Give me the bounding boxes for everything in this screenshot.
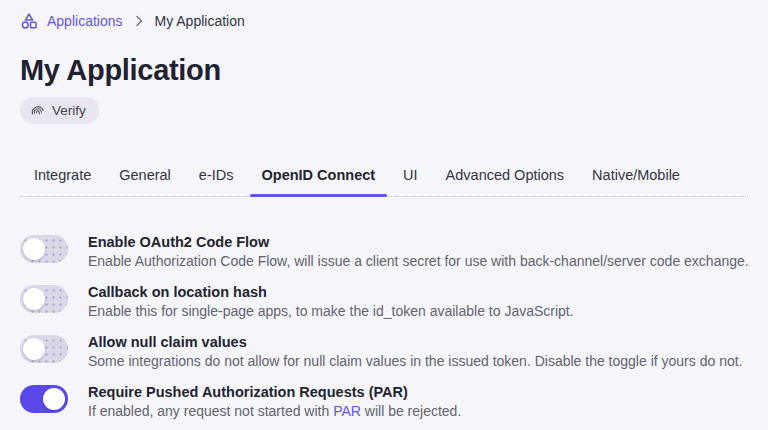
tab-integrate[interactable]: Integrate	[20, 167, 105, 196]
tab-advanced-options[interactable]: Advanced Options	[432, 167, 579, 196]
openid-connect-settings: Enable OAuth2 Code Flow Enable Authoriza…	[20, 233, 748, 421]
breadcrumb: Applications My Application	[20, 12, 748, 30]
tab-general[interactable]: General	[105, 167, 185, 196]
callback-location-hash-toggle[interactable]	[20, 285, 68, 313]
setting-title: Callback on location hash	[88, 283, 574, 302]
setting-text: Enable OAuth2 Code Flow Enable Authoriza…	[88, 233, 749, 271]
setting-row-callback-location-hash: Callback on location hash Enable this fo…	[20, 283, 748, 321]
page-title: My Application	[20, 54, 748, 87]
description-suffix: will be rejected.	[361, 403, 461, 419]
tab-ui[interactable]: UI	[389, 167, 432, 196]
require-par-toggle[interactable]	[20, 385, 68, 413]
setting-description: If enabled, any request not started with…	[88, 402, 461, 421]
tab-native-mobile[interactable]: Native/Mobile	[578, 167, 694, 196]
setting-text: Require Pushed Authorization Requests (P…	[88, 383, 461, 421]
setting-text: Callback on location hash Enable this fo…	[88, 283, 574, 321]
setting-title: Allow null claim values	[88, 333, 742, 352]
description-prefix: If enabled, any request not started with	[88, 403, 333, 419]
setting-description: Enable this for single-page apps, to mak…	[88, 302, 574, 321]
tab-bar: Integrate General e-IDs OpenID Connect U…	[20, 167, 748, 197]
setting-title: Enable OAuth2 Code Flow	[88, 233, 749, 252]
toggle-knob	[23, 238, 45, 260]
par-link[interactable]: PAR	[333, 403, 361, 419]
oauth2-code-flow-toggle[interactable]	[20, 235, 68, 263]
toggle-knob	[23, 338, 45, 360]
chevron-right-icon	[132, 14, 146, 28]
setting-description: Enable Authorization Code Flow, will iss…	[88, 252, 749, 271]
breadcrumb-current: My Application	[155, 13, 245, 29]
setting-text: Allow null claim values Some integration…	[88, 333, 742, 371]
null-claim-values-toggle[interactable]	[20, 335, 68, 363]
tab-e-ids[interactable]: e-IDs	[185, 167, 248, 196]
tab-openid-connect[interactable]: OpenID Connect	[248, 167, 390, 196]
setting-row-null-claim-values: Allow null claim values Some integration…	[20, 333, 748, 371]
verify-button-label: Verify	[52, 103, 86, 118]
toggle-knob	[23, 288, 45, 310]
setting-title: Require Pushed Authorization Requests (P…	[88, 383, 461, 402]
verify-button[interactable]: Verify	[20, 97, 99, 124]
setting-row-oauth2-code-flow: Enable OAuth2 Code Flow Enable Authoriza…	[20, 233, 748, 271]
shapes-icon	[20, 12, 38, 30]
setting-description: Some integrations do not allow for null …	[88, 352, 742, 371]
fingerprint-icon	[29, 102, 46, 119]
breadcrumb-link-applications[interactable]: Applications	[47, 13, 123, 29]
setting-row-require-par: Require Pushed Authorization Requests (P…	[20, 383, 748, 421]
application-detail-page: Applications My Application My Applicati…	[0, 0, 768, 421]
toggle-knob	[43, 388, 65, 410]
